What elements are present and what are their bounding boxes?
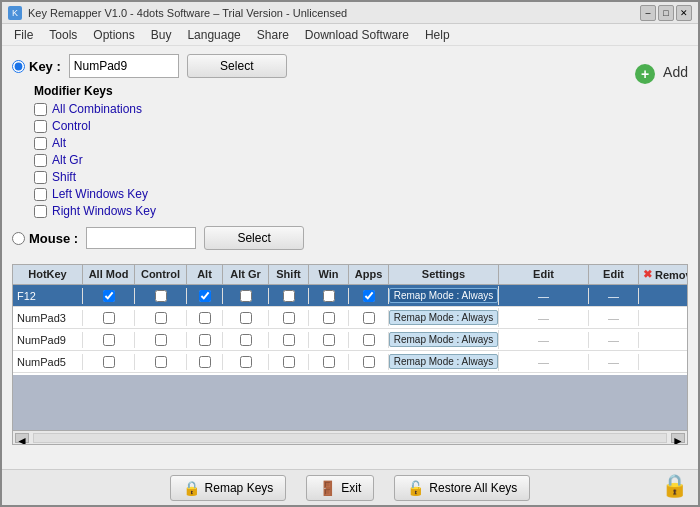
cb-allmod-2[interactable] [103, 312, 115, 324]
td-edit1: — [499, 354, 589, 370]
scroll-left-arrow[interactable]: ◄ [15, 433, 29, 443]
checkbox-control-label[interactable]: Control [52, 119, 91, 133]
cb-altgr-1[interactable] [240, 290, 252, 302]
menu-item-download-software[interactable]: Download Software [297, 26, 417, 44]
scroll-right-arrow[interactable]: ► [671, 433, 685, 443]
td-alt [187, 288, 223, 304]
cb-alt-2[interactable] [199, 312, 211, 324]
cb-control-4[interactable] [155, 356, 167, 368]
checkbox-alt-gr-label[interactable]: Alt Gr [52, 153, 83, 167]
cb-shift-3[interactable] [283, 334, 295, 346]
td-hotkey: NumPad5 [13, 354, 83, 370]
cb-win-4[interactable] [323, 356, 335, 368]
checkbox-all-combinations-label[interactable]: All Combinations [52, 102, 142, 116]
cb-win-1[interactable] [323, 290, 335, 302]
table-row[interactable]: NumPad5 Remap Mode : Always — — [13, 351, 687, 373]
cb-shift-2[interactable] [283, 312, 295, 324]
remap-keys-button[interactable]: 🔒 Remap Keys [170, 475, 287, 501]
checkbox-alt: Alt [34, 136, 615, 150]
modifier-title: Modifier Keys [34, 84, 615, 98]
cb-shift-1[interactable] [283, 290, 295, 302]
cb-apps-1[interactable] [363, 290, 375, 302]
mouse-radio[interactable] [12, 232, 25, 245]
key-row: Key : Select [12, 54, 615, 78]
mouse-select-button[interactable]: Select [204, 226, 304, 250]
cb-apps-3[interactable] [363, 334, 375, 346]
maximize-button[interactable]: □ [658, 5, 674, 21]
menu-item-language[interactable]: Language [179, 26, 248, 44]
mouse-radio-label[interactable]: Mouse : [12, 231, 78, 246]
td-allmod [83, 332, 135, 348]
td-shift [269, 310, 309, 326]
td-edit1: — [499, 332, 589, 348]
td-win [309, 332, 349, 348]
right-panel: + Add [635, 54, 688, 260]
cb-altgr-4[interactable] [240, 356, 252, 368]
th-apps: Apps [349, 265, 389, 284]
close-button[interactable]: ✕ [676, 5, 692, 21]
menu-item-file[interactable]: File [6, 26, 41, 44]
td-apps [349, 332, 389, 348]
cb-allmod-1[interactable] [103, 290, 115, 302]
th-edit2: Edit [589, 265, 639, 284]
menu-item-share[interactable]: Share [249, 26, 297, 44]
checkbox-alt-label[interactable]: Alt [52, 136, 66, 150]
mouse-input[interactable] [86, 227, 196, 249]
cb-win-3[interactable] [323, 334, 335, 346]
cb-altgr-2[interactable] [240, 312, 252, 324]
minimize-button[interactable]: – [640, 5, 656, 21]
scroll-track[interactable] [33, 433, 667, 443]
exit-button[interactable]: 🚪 Exit [306, 475, 374, 501]
td-win [309, 310, 349, 326]
checkbox-alt-gr-input[interactable] [34, 154, 47, 167]
checkbox-all-combinations-input[interactable] [34, 103, 47, 116]
key-radio-label[interactable]: Key : [12, 59, 61, 74]
td-settings: Remap Mode : Always [389, 308, 499, 327]
cb-control-1[interactable] [155, 290, 167, 302]
checkbox-right-win-label[interactable]: Right Windows Key [52, 204, 156, 218]
table-header: HotKey All Mod Control Alt Alt Gr Shift … [13, 265, 687, 285]
cb-allmod-4[interactable] [103, 356, 115, 368]
key-select-button[interactable]: Select [187, 54, 287, 78]
remap-keys-label: Remap Keys [205, 481, 274, 495]
td-alt [187, 332, 223, 348]
cb-win-2[interactable] [323, 312, 335, 324]
menu-item-help[interactable]: Help [417, 26, 458, 44]
left-panel: Key : Select Modifier Keys All Combinati… [12, 54, 615, 260]
restore-all-keys-button[interactable]: 🔓 Restore All Keys [394, 475, 530, 501]
table-row[interactable]: F12 Remap Mode : Always — — [13, 285, 687, 307]
checkbox-alt-input[interactable] [34, 137, 47, 150]
cb-shift-4[interactable] [283, 356, 295, 368]
cb-apps-2[interactable] [363, 312, 375, 324]
cb-alt-3[interactable] [199, 334, 211, 346]
checkbox-left-win-input[interactable] [34, 188, 47, 201]
checkbox-left-win-label[interactable]: Left Windows Key [52, 187, 148, 201]
cb-alt-4[interactable] [199, 356, 211, 368]
cb-control-2[interactable] [155, 312, 167, 324]
menu-item-buy[interactable]: Buy [143, 26, 180, 44]
checkbox-right-win-input[interactable] [34, 205, 47, 218]
h-scrollbar[interactable]: ◄ ► [13, 430, 687, 444]
table-row[interactable]: NumPad9 Remap Mode : Always — — [13, 329, 687, 351]
menu-item-tools[interactable]: Tools [41, 26, 85, 44]
cb-allmod-3[interactable] [103, 334, 115, 346]
td-settings: Remap Mode : Always [389, 286, 499, 305]
cb-alt-1[interactable] [199, 290, 211, 302]
th-allmod: All Mod [83, 265, 135, 284]
menu-item-options[interactable]: Options [85, 26, 142, 44]
table-row[interactable]: NumPad3 Remap Mode : Always — — [13, 307, 687, 329]
add-label[interactable]: Add [663, 64, 688, 80]
checkbox-control-input[interactable] [34, 120, 47, 133]
td-control [135, 288, 187, 304]
td-shift [269, 332, 309, 348]
td-edit1: — [499, 310, 589, 326]
cb-altgr-3[interactable] [240, 334, 252, 346]
cb-control-3[interactable] [155, 334, 167, 346]
exit-label: Exit [341, 481, 361, 495]
key-input[interactable] [69, 54, 179, 78]
checkbox-shift-label[interactable]: Shift [52, 170, 76, 184]
td-hotkey: NumPad3 [13, 310, 83, 326]
checkbox-shift-input[interactable] [34, 171, 47, 184]
cb-apps-4[interactable] [363, 356, 375, 368]
key-radio[interactable] [12, 60, 25, 73]
